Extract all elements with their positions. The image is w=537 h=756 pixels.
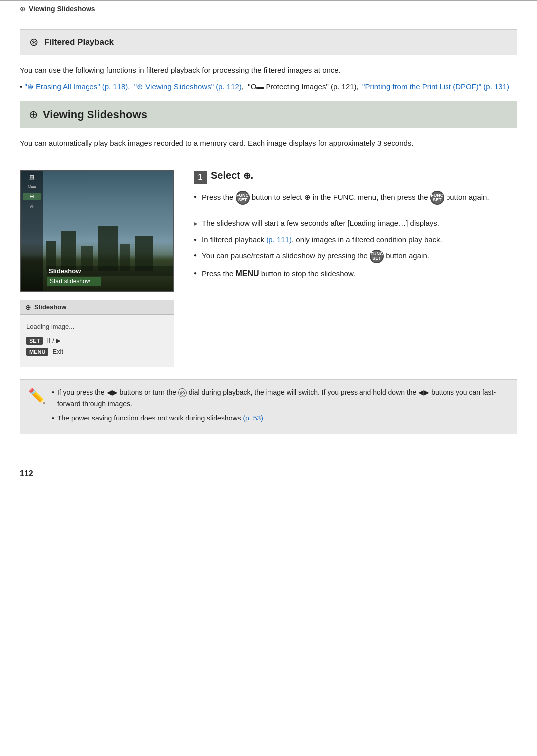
- content-area: ⊛ Filtered Playback You can use the foll…: [0, 17, 537, 469]
- filtered-playback-icon: ⊛: [29, 36, 38, 49]
- cam-screen-bottom-header: ⊕ Slideshow: [20, 300, 174, 315]
- two-column-layout: 🖼 O▬ ⊕ 🖨 Slideshow Start slideshow: [20, 160, 517, 367]
- p53-link[interactable]: (p. 53): [243, 414, 263, 422]
- fp-link-viewing[interactable]: "⊕ Viewing Slideshows" (p. 112): [134, 83, 242, 91]
- cam-screen-header-icon: ⊕: [25, 303, 31, 311]
- func-set-btn-1: FUNCSET: [236, 191, 250, 205]
- breadcrumb-icon: ⊕: [20, 5, 26, 13]
- step-instruction-pause: You can pause/restart a slideshow by pre…: [194, 250, 517, 263]
- exit-label: Exit: [52, 348, 63, 355]
- fp-bullet: •: [20, 83, 24, 91]
- cam-screen-bottom-body: Loading image... SET II / ▶ MENU Exit: [20, 315, 174, 367]
- dial-icon: ◎: [178, 388, 187, 397]
- step-title-text: Select: [211, 170, 240, 181]
- step-instruction-1: Press the FUNCSET button to select ⊕ in …: [194, 191, 517, 205]
- note-bullet-dot-2: •: [52, 413, 54, 424]
- controls-label: II / ▶: [47, 337, 61, 344]
- bullet-arrow-slideshow-start: The slideshow will start a few seconds a…: [194, 217, 517, 230]
- section-header: ⊕ Viewing Slideshows: [20, 101, 517, 128]
- set-button-label: SET: [26, 337, 43, 345]
- filtered-playback-desc: You can use the following functions in f…: [20, 64, 517, 76]
- step-title-icon: ⊕: [243, 171, 251, 181]
- note-icon-col: ✏️: [28, 387, 46, 427]
- func-set-btn-2: FUNCSET: [430, 191, 444, 205]
- note-content: • If you press the ◀▶ buttons or turn th…: [52, 387, 509, 427]
- fp-protect: "O▬ Protecting Images" (p. 121): [248, 83, 356, 91]
- cam-icon-slideshow: ⊕: [23, 193, 41, 200]
- cam-screen-header-text: Slideshow: [34, 303, 66, 311]
- cam-icon-upload: 🖼: [29, 175, 35, 180]
- filtered-playback-links: • "⊛ Erasing All Images" (p. 118), "⊕ Vi…: [20, 81, 517, 93]
- camera-left-icons: 🖼 O▬ ⊕ 🖨: [21, 171, 43, 291]
- section-header-title: Viewing Slideshows: [43, 108, 147, 121]
- cam-menu-row: MENU Exit: [26, 348, 168, 356]
- cam-icon-om: O▬: [28, 184, 36, 189]
- section-description: You can automatically play back images r…: [20, 137, 517, 150]
- left-column: 🖼 O▬ ⊕ 🖨 Slideshow Start slideshow: [20, 170, 179, 367]
- section-header-icon: ⊕: [29, 108, 38, 121]
- page-number: 112: [0, 469, 537, 488]
- page-container: ⊕ Viewing Slideshows ⊛ Filtered Playback…: [0, 0, 537, 756]
- slideshow-label: Slideshow: [47, 266, 173, 276]
- note-box: ✏️ • If you press the ◀▶ buttons or turn…: [20, 379, 517, 434]
- cam-controls-row: SET II / ▶: [26, 337, 168, 345]
- cam-icon-slideshow-active: ⊕: [23, 193, 41, 200]
- step-title: Select ⊕.: [211, 170, 253, 181]
- fp-link-printing[interactable]: "Printing from the Print List (DPOF)" (p…: [362, 83, 509, 91]
- menu-bold-text: MENU: [236, 269, 259, 278]
- camera-right-panel: Slideshow Start slideshow: [43, 171, 173, 291]
- filtered-playback-box: ⊛ Filtered Playback: [20, 29, 517, 55]
- cam-icon-print: 🖨: [30, 204, 34, 209]
- right-column: 1 Select ⊕. Press the FUNCSET button to …: [194, 170, 517, 367]
- breadcrumb-text: Viewing Slideshows: [29, 5, 95, 13]
- filtered-link[interactable]: (p. 111): [266, 235, 292, 244]
- loading-text: Loading image...: [26, 323, 168, 330]
- note-bullet-2: • The power saving function does not wor…: [52, 413, 509, 424]
- start-slideshow-label: Start slideshow: [47, 277, 101, 286]
- camera-screen-bottom: ⊕ Slideshow Loading image... SET II / ▶ …: [20, 300, 174, 367]
- step-number: 1: [194, 171, 207, 184]
- note-pencil-icon: ✏️: [28, 388, 46, 404]
- step-header: 1 Select ⊕.: [194, 170, 517, 184]
- note-bullet-text-2: The power saving function does not work …: [57, 413, 509, 424]
- camera-overlay-menu: 🖼 O▬ ⊕ 🖨 Slideshow Start slideshow: [21, 171, 173, 291]
- breadcrumb: ⊕ Viewing Slideshows: [0, 0, 537, 17]
- step-title-period: .: [251, 170, 254, 181]
- note-bullet-text-1: If you press the ◀▶ buttons or turn the …: [57, 387, 509, 410]
- menu-button-label: MENU: [26, 348, 48, 356]
- fp-link-erasing[interactable]: "⊛ Erasing All Images" (p. 118): [24, 83, 128, 91]
- step-instruction-filtered: In filtered playback (p. 111), only imag…: [194, 234, 517, 246]
- note-bullet-1: • If you press the ◀▶ buttons or turn th…: [52, 387, 509, 410]
- note-bullet-dot-1: •: [52, 387, 54, 410]
- func-set-btn-3: FUNCSET: [370, 250, 384, 263]
- filtered-playback-title: Filtered Playback: [44, 37, 114, 47]
- camera-screen-top: 🖼 O▬ ⊕ 🖨 Slideshow Start slideshow: [20, 170, 174, 292]
- step-instruction-stop: Press the MENU button to stop the slides…: [194, 267, 517, 280]
